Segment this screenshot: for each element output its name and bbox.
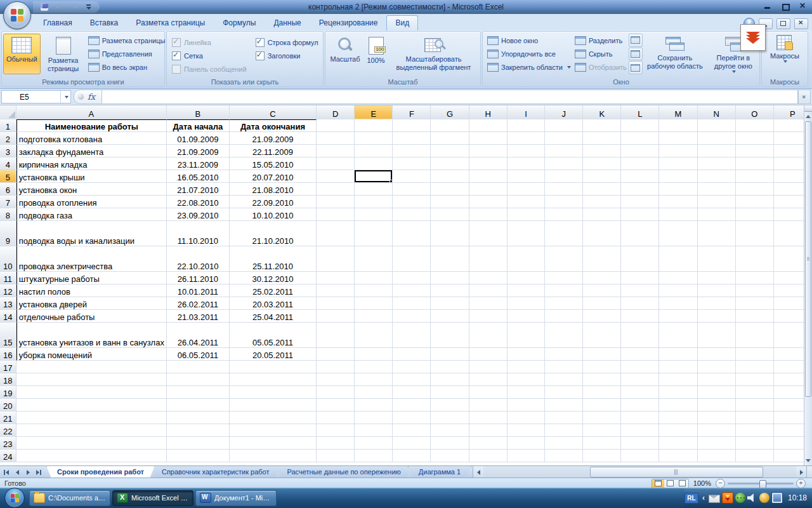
zoom-selection-button[interactable]: Масштабировать выделенный фрагмент [389, 34, 479, 74]
cell-C18[interactable] [230, 373, 317, 386]
macros-button[interactable]: Макросы [767, 32, 802, 76]
workbook-close-button[interactable] [794, 18, 808, 29]
cell-F16[interactable] [393, 348, 431, 361]
row-header-4[interactable]: 4 [0, 157, 16, 170]
cell-J13[interactable] [545, 297, 583, 310]
full-screen-button[interactable]: Во весь экран [86, 61, 167, 74]
cell-F23[interactable] [393, 437, 431, 450]
checkbox-ruler[interactable]: Линейка [172, 36, 247, 49]
cell-F7[interactable] [393, 196, 431, 208]
row-header-7[interactable]: 7 [0, 196, 16, 208]
cell-H2[interactable] [469, 132, 508, 145]
cell-C19[interactable] [230, 386, 317, 399]
cell-K11[interactable] [583, 272, 621, 284]
cell-F8[interactable] [393, 208, 431, 221]
cell-B11[interactable]: 26.11.2010 [167, 272, 230, 284]
col-header-F[interactable]: F [393, 105, 431, 119]
cell-G13[interactable] [431, 297, 469, 310]
col-header-M[interactable]: M [659, 105, 697, 119]
cell-M9[interactable] [659, 221, 697, 246]
cell-C13[interactable]: 20.03.2011 [230, 297, 317, 310]
scroll-left-button[interactable] [473, 466, 483, 478]
cell-M2[interactable] [659, 132, 697, 145]
cell-A2[interactable]: подготовка котлована [16, 132, 167, 145]
ribbon-tab-view[interactable]: Вид [386, 15, 418, 30]
cell-F3[interactable] [393, 145, 431, 157]
cell-A1[interactable]: Наименование работы [16, 119, 167, 132]
cell-M6[interactable] [659, 183, 697, 196]
language-indicator[interactable]: RL [684, 493, 698, 504]
ribbon-tab-home[interactable]: Главная [34, 15, 81, 30]
cell-C16[interactable]: 20.05.2011 [230, 348, 317, 361]
selected-cell[interactable] [355, 170, 393, 183]
new-window-button[interactable]: Новое окно [485, 34, 573, 48]
cell-H21[interactable] [469, 411, 508, 424]
scroll-right-button[interactable] [796, 466, 806, 478]
cell-G5[interactable] [431, 170, 469, 183]
checkbox-headings[interactable]: Заголовки [256, 49, 318, 62]
cell-I19[interactable] [508, 386, 546, 399]
cell-L12[interactable] [621, 284, 659, 297]
cell-B19[interactable] [167, 386, 230, 399]
cell-H3[interactable] [469, 145, 508, 157]
cell-K2[interactable] [583, 132, 621, 145]
cell-E20[interactable] [355, 399, 393, 411]
cell-L22[interactable] [621, 424, 659, 437]
cell-F1[interactable] [393, 119, 431, 132]
cell-C12[interactable]: 25.02.2011 [230, 284, 317, 297]
cell-O3[interactable] [736, 145, 774, 157]
cell-O6[interactable] [736, 183, 774, 196]
col-header-A[interactable]: A [16, 105, 167, 119]
cell-K19[interactable] [583, 386, 621, 399]
cell-G12[interactable] [431, 284, 469, 297]
cell-B18[interactable] [167, 373, 230, 386]
cell-D5[interactable] [317, 170, 355, 183]
row-header-17[interactable]: 17 [0, 361, 16, 373]
cell-B8[interactable]: 23.09.2010 [167, 208, 230, 221]
cell-D2[interactable] [317, 132, 355, 145]
cell-K14[interactable] [583, 310, 621, 323]
cell-L14[interactable] [621, 310, 659, 323]
cell-I6[interactable] [508, 183, 546, 196]
cell-A7[interactable]: проводка отопления [16, 196, 167, 208]
zoom-button[interactable]: Масштаб [327, 34, 363, 74]
cell-L16[interactable] [621, 348, 659, 361]
cell-M10[interactable] [659, 246, 697, 272]
col-header-L[interactable]: L [621, 105, 659, 119]
cell-H19[interactable] [469, 386, 508, 399]
cell-F17[interactable] [393, 361, 431, 373]
cell-G9[interactable] [431, 221, 469, 246]
cell-I23[interactable] [508, 437, 546, 450]
display-icon[interactable] [771, 492, 783, 504]
cell-A24[interactable] [16, 450, 167, 462]
hide-button[interactable]: Скрыть [573, 48, 629, 61]
cell-O17[interactable] [736, 361, 774, 373]
cell-I15[interactable] [508, 323, 546, 348]
cell-I8[interactable] [508, 208, 546, 221]
cell-H1[interactable] [469, 119, 508, 132]
cell-F13[interactable] [393, 297, 431, 310]
taskbar-button-word[interactable]: Документ1 - Microsof... [195, 490, 277, 506]
cell-B13[interactable]: 26.02.2011 [167, 297, 230, 310]
cell-N13[interactable] [698, 297, 736, 310]
vertical-scroll-thumb[interactable] [805, 121, 811, 397]
cell-O16[interactable] [736, 348, 774, 361]
cell-C3[interactable]: 22.11.2009 [230, 145, 317, 157]
cell-M1[interactable] [659, 119, 697, 132]
synchronous-scrolling-button[interactable] [629, 48, 643, 61]
cell-B6[interactable]: 21.07.2010 [167, 183, 230, 196]
col-header-E[interactable]: E [355, 105, 393, 119]
cell-I12[interactable] [508, 284, 546, 297]
cell-H24[interactable] [469, 450, 508, 462]
cell-B16[interactable]: 06.05.2011 [167, 348, 230, 361]
cell-B20[interactable] [167, 399, 230, 411]
cell-A19[interactable] [16, 386, 167, 399]
cell-E15[interactable] [355, 323, 393, 348]
zoom-out-button[interactable]: − [716, 479, 725, 488]
last-sheet-button[interactable] [34, 467, 44, 477]
cell-M18[interactable] [659, 373, 697, 386]
cell-H17[interactable] [469, 361, 508, 373]
cell-L4[interactable] [621, 157, 659, 170]
row-header-12[interactable]: 12 [0, 284, 16, 297]
cell-M5[interactable] [659, 170, 697, 183]
